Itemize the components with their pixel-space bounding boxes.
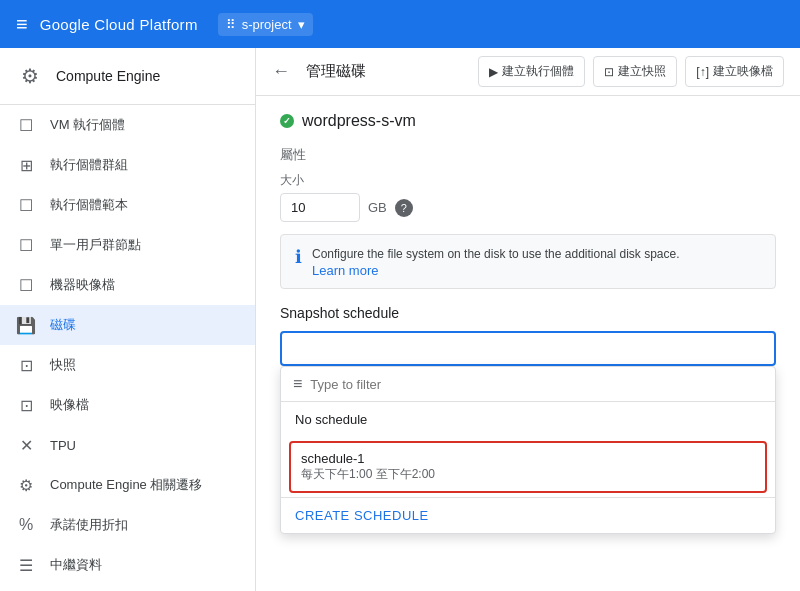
info-content: Configure the file system on the disk to… xyxy=(312,245,680,278)
sidebar-item-snapshots[interactable]: ⊡ 快照 xyxy=(0,345,255,385)
menu-icon[interactable]: ≡ xyxy=(16,13,28,36)
filter-icon: ≡ xyxy=(293,375,302,393)
create-vm-button[interactable]: ▶ 建立執行個體 xyxy=(478,56,585,87)
migration-icon: ⚙ xyxy=(16,475,36,495)
create-snapshot-icon: ⊡ xyxy=(604,65,614,79)
info-text: Configure the file system on the disk to… xyxy=(312,245,680,263)
sidebar-item-label: 執行個體群組 xyxy=(50,156,128,174)
vm-status-row: wordpress-s-vm xyxy=(280,112,776,130)
back-button[interactable]: ← xyxy=(272,61,290,82)
sidebar-item-label: 磁碟 xyxy=(50,316,76,334)
sidebar-item-label: 快照 xyxy=(50,356,76,374)
sidebar-item-instance-groups[interactable]: ⊞ 執行個體群組 xyxy=(0,145,255,185)
schedule-1-desc: 每天下午1:00 至下午2:00 xyxy=(301,466,755,483)
sidebar-item-machine-images[interactable]: ☐ 機器映像檔 xyxy=(0,265,255,305)
create-snapshot-label: 建立快照 xyxy=(618,63,666,80)
sidebar-item-metadata[interactable]: ☰ 中繼資料 xyxy=(0,545,255,585)
sidebar-item-images[interactable]: ⊡ 映像檔 xyxy=(0,385,255,425)
sidebar-item-label: 單一用戶群節點 xyxy=(50,236,141,254)
create-schedule-button[interactable]: CREATE SCHEDULE xyxy=(281,497,775,533)
content-body: wordpress-s-vm 屬性 大小 GB ? ℹ Configure th… xyxy=(256,96,800,591)
image-icon: ⊡ xyxy=(16,395,36,415)
snapshot-schedule-section: Snapshot schedule ≡ No schedule sc xyxy=(280,305,776,591)
schedule-dropdown-container: ≡ No schedule schedule-1 每天下午1:00 至下午2:0… xyxy=(280,331,776,366)
metadata-icon: ☰ xyxy=(16,555,36,575)
project-selector[interactable]: ⠿ s-project ▾ xyxy=(218,13,313,36)
schedule-1-name: schedule-1 xyxy=(301,451,755,466)
info-box: ℹ Configure the file system on the disk … xyxy=(280,234,776,289)
tpu-icon: ✕ xyxy=(16,435,36,455)
discount-icon: % xyxy=(16,515,36,535)
page-title: 管理磁碟 xyxy=(306,62,366,81)
properties-title: 屬性 xyxy=(280,146,776,164)
vm-status-indicator xyxy=(280,114,294,128)
snapshot-icon: ⊡ xyxy=(16,355,36,375)
create-snapshot-button[interactable]: ⊡ 建立快照 xyxy=(593,56,677,87)
topbar-logo: Google Cloud Platform xyxy=(40,16,198,33)
size-help-icon[interactable]: ? xyxy=(395,199,413,217)
create-image-button[interactable]: [↑] 建立映像檔 xyxy=(685,56,784,87)
info-icon: ℹ xyxy=(295,246,302,268)
sidebar-item-discount[interactable]: % 承諾使用折扣 xyxy=(0,505,255,545)
sole-tenant-icon: ☐ xyxy=(16,235,36,255)
sidebar-item-label: 機器映像檔 xyxy=(50,276,115,294)
create-vm-label: 建立執行個體 xyxy=(502,63,574,80)
sidebar-item-label: 映像檔 xyxy=(50,396,89,414)
group-icon: ⊞ xyxy=(16,155,36,175)
sidebar-header: ⚙ Compute Engine xyxy=(0,48,255,105)
disk-icon: 💾 xyxy=(16,315,36,335)
sidebar-item-label: 執行個體範本 xyxy=(50,196,128,214)
sidebar-item-label: TPU xyxy=(50,438,76,453)
filter-input[interactable] xyxy=(310,377,763,392)
size-input[interactable] xyxy=(280,193,360,222)
properties-section: 屬性 大小 GB ? xyxy=(280,146,776,222)
sidebar-item-tpu[interactable]: ✕ TPU xyxy=(0,425,255,465)
project-dropdown-arrow: ▾ xyxy=(298,17,305,32)
schedule-1-option[interactable]: schedule-1 每天下午1:00 至下午2:00 xyxy=(289,441,767,493)
no-schedule-option[interactable]: No schedule xyxy=(281,402,775,437)
sidebar-item-label: VM 執行個體 xyxy=(50,116,125,134)
sidebar-item-instance-templates[interactable]: ☐ 執行個體範本 xyxy=(0,185,255,225)
schedule-dropdown-panel: ≡ No schedule schedule-1 每天下午1:00 至下午2:0… xyxy=(280,366,776,534)
project-icon: ⠿ xyxy=(226,17,236,32)
content-area: ← 管理磁碟 ▶ 建立執行個體 ⊡ 建立快照 [↑] 建立映像檔 xyxy=(256,48,800,591)
sidebar-item-sole-tenant[interactable]: ☐ 單一用戶群節點 xyxy=(0,225,255,265)
sidebar-item-vm-instances[interactable]: ☐ VM 執行個體 xyxy=(0,105,255,145)
project-name: s-project xyxy=(242,17,292,32)
snapshot-schedule-title: Snapshot schedule xyxy=(280,305,776,321)
size-label: 大小 xyxy=(280,172,776,189)
vm-name: wordpress-s-vm xyxy=(302,112,416,130)
compute-engine-icon: ⚙ xyxy=(16,62,44,90)
dropdown-filter-row: ≡ xyxy=(281,367,775,402)
sidebar-item-disks[interactable]: 💾 磁碟 xyxy=(0,305,255,345)
schedule-dropdown-input[interactable] xyxy=(280,331,776,366)
header-actions: ▶ 建立執行個體 ⊡ 建立快照 [↑] 建立映像檔 xyxy=(478,56,784,87)
template-icon: ☐ xyxy=(16,195,36,215)
no-schedule-label: No schedule xyxy=(295,412,761,427)
create-image-label: 建立映像檔 xyxy=(713,63,773,80)
create-image-icon: [↑] xyxy=(696,65,709,79)
sidebar-item-label: 中繼資料 xyxy=(50,556,102,574)
sidebar-item-label: 承諾使用折扣 xyxy=(50,516,128,534)
content-header: ← 管理磁碟 ▶ 建立執行個體 ⊡ 建立快照 [↑] 建立映像檔 xyxy=(256,48,800,96)
size-unit: GB xyxy=(368,200,387,215)
sidebar-item-migration[interactable]: ⚙ Compute Engine 相關遷移 xyxy=(0,465,255,505)
sidebar-item-label: Compute Engine 相關遷移 xyxy=(50,476,202,494)
vm-icon: ☐ xyxy=(16,115,36,135)
sidebar: ⚙ Compute Engine ☐ VM 執行個體 ⊞ 執行個體群組 ☐ 執行… xyxy=(0,48,256,591)
topbar: ≡ Google Cloud Platform ⠿ s-project ▾ xyxy=(0,0,800,48)
size-field-row: GB ? xyxy=(280,193,776,222)
main-layout: ⚙ Compute Engine ☐ VM 執行個體 ⊞ 執行個體群組 ☐ 執行… xyxy=(0,48,800,591)
learn-more-link[interactable]: Learn more xyxy=(312,263,378,278)
create-vm-icon: ▶ xyxy=(489,65,498,79)
machine-image-icon: ☐ xyxy=(16,275,36,295)
sidebar-header-title: Compute Engine xyxy=(56,68,160,84)
